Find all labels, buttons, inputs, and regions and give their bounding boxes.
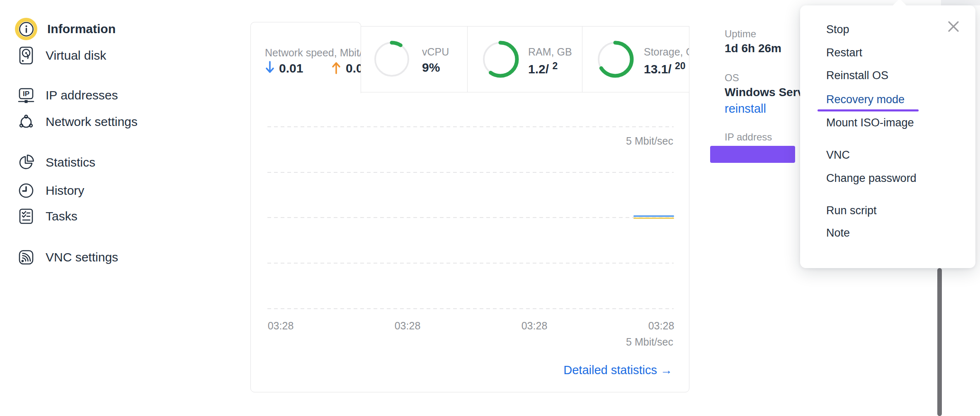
os-value: Windows Serve bbox=[725, 86, 810, 99]
tasks-icon bbox=[17, 207, 36, 226]
chart-gridline bbox=[267, 126, 674, 127]
download-value: 0.01 bbox=[279, 61, 303, 75]
y-axis-label-top: 5 Mbit/sec bbox=[626, 135, 673, 147]
sidebar-item-network-settings[interactable]: Network settings bbox=[17, 111, 138, 133]
download-arrow-icon bbox=[264, 60, 275, 75]
sidebar-item-history[interactable]: History bbox=[17, 179, 84, 202]
network-settings-icon bbox=[17, 112, 36, 131]
gauge-value: 13.1/ 20 bbox=[644, 60, 686, 76]
gauge-label: RAM, GB bbox=[528, 46, 572, 58]
uptime-value: 1d 6h 26m bbox=[725, 42, 781, 55]
os-label: OS bbox=[725, 72, 739, 84]
menu-item-restart[interactable]: Restart bbox=[826, 46, 862, 60]
sidebar-item-statistics[interactable]: Statistics bbox=[17, 151, 95, 174]
sidebar-item-label: Tasks bbox=[46, 209, 78, 223]
download-line bbox=[633, 215, 674, 217]
x-tick: 03:28 bbox=[389, 320, 426, 332]
menu-notch bbox=[891, 0, 908, 16]
tab-vcpu[interactable]: vCPU 9% bbox=[361, 26, 468, 92]
ip-address-label: IP address bbox=[725, 131, 772, 143]
gauge-total: 20 bbox=[675, 60, 686, 71]
menu-item-change-password[interactable]: Change password bbox=[826, 171, 917, 185]
sidebar-item-virtual-disk[interactable]: Virtual disk bbox=[17, 44, 106, 67]
recovery-mode-underline bbox=[817, 109, 919, 111]
sidebar-item-label: VNC settings bbox=[46, 250, 118, 264]
chart-gridline bbox=[267, 172, 674, 173]
statistics-icon bbox=[17, 153, 36, 172]
x-tick: 03:28 bbox=[262, 320, 299, 332]
sidebar-item-tasks[interactable]: Tasks bbox=[17, 205, 78, 227]
tab-storage[interactable]: Storage, GB 13.1/ 20 bbox=[582, 26, 689, 92]
sidebar-item-label: Virtual disk bbox=[46, 48, 106, 63]
chart-gridline bbox=[267, 308, 674, 309]
top-strip bbox=[941, 0, 980, 5]
sidebar-item-label: Information bbox=[47, 22, 116, 36]
upload-line bbox=[633, 218, 674, 219]
detailed-statistics-link[interactable]: Detailed statistics → bbox=[563, 363, 672, 377]
server-actions-menu: Stop Restart Reinstall OS Recovery mode … bbox=[800, 5, 975, 268]
sidebar-item-label: History bbox=[46, 184, 84, 198]
sidebar-item-information[interactable]: Information bbox=[15, 18, 116, 40]
ram-gauge-ring bbox=[480, 39, 520, 79]
menu-item-mount-iso-image[interactable]: Mount ISO-image bbox=[826, 116, 914, 130]
menu-item-vnc[interactable]: VNC bbox=[826, 148, 850, 162]
uptime-label: Uptime bbox=[725, 28, 756, 40]
history-icon bbox=[17, 181, 36, 200]
tab-ram[interactable]: RAM, GB 1.2/ 2 bbox=[467, 26, 582, 92]
sidebar-item-label: Statistics bbox=[46, 155, 95, 169]
sidebar-item-vnc-settings[interactable]: VNC settings bbox=[17, 246, 118, 268]
gauge-label: Storage, GB bbox=[644, 46, 689, 58]
y-axis-label-bottom: 5 Mbit/sec bbox=[626, 336, 673, 348]
menu-item-note[interactable]: Note bbox=[826, 226, 850, 240]
upload-arrow-icon bbox=[331, 60, 342, 75]
storage-gauge-ring bbox=[595, 39, 635, 79]
menu-item-recovery-mode[interactable]: Recovery mode bbox=[826, 92, 905, 106]
sidebar-item-ip-addresses[interactable]: IP IP addresses bbox=[17, 84, 118, 106]
ip-address-redacted bbox=[710, 146, 795, 163]
tab-network-title: Network speed, Mbit/sec bbox=[265, 47, 361, 59]
chart-gridline bbox=[267, 217, 674, 218]
x-tick: 03:28 bbox=[643, 320, 680, 332]
gauge-value: 9% bbox=[422, 60, 440, 75]
tab-network-speed[interactable]: Network speed, Mbit/sec 0.01 0.0 bbox=[250, 22, 361, 93]
vertical-scrollbar[interactable] bbox=[937, 268, 942, 416]
sidebar-item-label: Network settings bbox=[46, 115, 138, 129]
sidebar-item-label: IP addresses bbox=[46, 88, 118, 102]
reinstall-link[interactable]: reinstall bbox=[725, 102, 766, 116]
menu-item-reinstall-os[interactable]: Reinstall OS bbox=[826, 68, 888, 82]
gauge-total: 2 bbox=[552, 60, 558, 71]
information-icon bbox=[15, 18, 37, 40]
ip-addresses-icon: IP bbox=[17, 86, 36, 105]
x-tick: 03:28 bbox=[516, 320, 553, 332]
vnc-settings-icon bbox=[17, 248, 36, 267]
menu-item-run-script[interactable]: Run script bbox=[826, 203, 877, 218]
chart-gridline bbox=[267, 263, 674, 264]
gauge-value: 1.2/ 2 bbox=[528, 60, 558, 76]
menu-item-stop[interactable]: Stop bbox=[826, 22, 849, 36]
virtual-disk-icon bbox=[17, 46, 36, 65]
svg-text:IP: IP bbox=[23, 90, 29, 98]
upload-value: 0.0 bbox=[346, 61, 361, 75]
close-icon[interactable] bbox=[946, 19, 961, 34]
vcpu-gauge-ring bbox=[372, 39, 412, 79]
gauge-label: vCPU bbox=[422, 46, 449, 58]
